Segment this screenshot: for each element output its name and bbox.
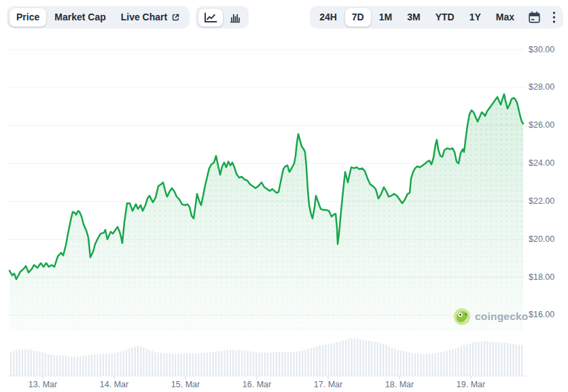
range-3m[interactable]: 3M [400,8,427,26]
range-label: YTD [436,11,455,24]
range-label: Max [496,11,514,24]
y-axis-label: $18.00 [529,272,554,282]
y-axis-label: $28.00 [529,82,554,92]
range-1m[interactable]: 1M [372,8,399,26]
chart-header: PriceMarket CapLive Chart 24H7D1M3MYTD1Y… [7,6,563,29]
y-axis-label: $30.00 [529,45,554,54]
range-label: 3M [407,11,420,24]
coingecko-watermark-text: coingecko [475,310,528,323]
line-chart-button[interactable] [198,9,223,26]
x-axis-label: 16. Mar [243,380,271,389]
y-axis-label: $16.00 [529,310,554,319]
tab-label: Market Cap [54,11,105,24]
range-ytd[interactable]: YTD [429,8,461,26]
x-axis-label: 18. Mar [385,380,414,389]
calendar-icon [527,10,542,24]
y-axis-label: $26.00 [529,120,554,130]
metric-tabs: PriceMarket CapLive Chart [7,6,190,29]
range-7d[interactable]: 7D [345,8,371,26]
range-label: 7D [352,11,364,24]
x-axis-label: 17. Mar [314,380,342,389]
y-axis-label: $24.00 [529,158,554,168]
bar-chart-button[interactable] [224,9,246,26]
range-1y[interactable]: 1Y [463,8,488,26]
coingecko-watermark: coingecko [453,308,528,325]
volume-bars [10,338,522,376]
range-max[interactable]: Max [489,8,521,26]
range-24h[interactable]: 24H [313,8,344,26]
line-chart-icon [203,12,218,24]
range-label: 1M [379,11,392,24]
tab-label: Price [16,11,39,24]
price-area-chart[interactable] [0,0,568,392]
chart-type-toggle [196,6,249,29]
tab-live-chart[interactable]: Live Chart [114,8,187,26]
y-axis-label: $22.00 [529,196,554,206]
x-axis-label: 14. Mar [100,380,128,389]
external-link-icon [171,13,180,22]
y-axis-label: $20.00 [529,234,554,244]
tab-label: Live Chart [121,11,167,24]
tab-price[interactable]: Price [10,8,46,26]
calendar-button[interactable] [522,7,546,27]
kebab-menu[interactable] [548,8,561,26]
kebab-menu-icon [552,11,556,24]
x-axis-label: 19. Mar [457,380,485,389]
bar-chart-icon [229,12,241,24]
range-selector: 24H7D1M3MYTD1YMax [310,6,563,29]
tab-market-cap[interactable]: Market Cap [48,8,112,26]
x-axis-label: 15. Mar [171,380,200,389]
range-label: 24H [319,11,337,24]
coingecko-logo-icon [453,308,471,325]
x-axis-label: 13. Mar [29,380,57,389]
range-label: 1Y [469,11,481,24]
